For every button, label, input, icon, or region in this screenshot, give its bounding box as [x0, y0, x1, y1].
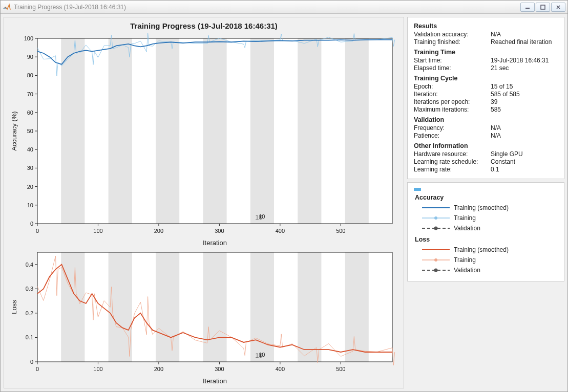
svg-text:0: 0	[30, 359, 33, 365]
svg-rect-6	[203, 38, 226, 224]
maximize-button[interactable]	[536, 3, 550, 12]
svg-text:300: 300	[215, 228, 224, 234]
svg-text:0.3: 0.3	[26, 286, 33, 292]
legend-loss-validation: Validation	[421, 266, 558, 275]
window-title: Training Progress (19-Jul-2018 16:46:31)	[14, 4, 126, 11]
training-cycle-heading: Training Cycle	[414, 75, 558, 82]
svg-text:200: 200	[154, 366, 163, 372]
svg-text:400: 400	[276, 228, 285, 234]
epoch-label: Epoch:	[414, 83, 491, 90]
svg-point-93	[434, 269, 438, 272]
svg-rect-56	[345, 252, 369, 362]
plot-title: Training Progress (19-Jul-2018 16:46:31)	[9, 21, 398, 30]
svg-rect-9	[345, 38, 369, 224]
svg-text:80: 80	[27, 72, 33, 78]
svg-rect-4	[109, 38, 132, 224]
maxiter-value: 585	[491, 106, 501, 113]
accuracy-chart: 01020304050607080901000100200300400500It…	[9, 33, 398, 248]
start-time-value: 19-Jul-2018 16:46:31	[491, 57, 549, 64]
svg-text:Loss: Loss	[10, 300, 18, 314]
svg-text:10: 10	[27, 202, 33, 208]
svg-text:100: 100	[93, 228, 102, 234]
svg-text:70: 70	[27, 91, 33, 97]
patience-label: Patience:	[414, 132, 491, 139]
hw-value: Single GPU	[491, 150, 523, 158]
results-heading: Results	[414, 23, 558, 30]
svg-rect-5	[156, 38, 179, 224]
svg-point-86	[434, 216, 437, 220]
svg-text:0.2: 0.2	[26, 310, 33, 316]
svg-text:50: 50	[27, 128, 33, 134]
svg-rect-53	[203, 252, 226, 362]
svg-text:90: 90	[27, 54, 33, 60]
svg-text:200: 200	[154, 228, 163, 234]
legend-acc-smoothed: Training (smoothed)	[421, 203, 558, 212]
iteration-value: 585 of 585	[491, 91, 520, 98]
train-finished-value: Reached final iteration	[491, 38, 552, 46]
hw-label: Hardware resource:	[414, 150, 491, 158]
train-finished-label: Training finished:	[414, 38, 491, 46]
svg-rect-8	[298, 38, 321, 224]
svg-rect-52	[156, 252, 179, 362]
lr-value: 0.1	[491, 166, 499, 173]
svg-text:0: 0	[36, 366, 39, 372]
svg-text:Accuracy (%): Accuracy (%)	[10, 111, 18, 150]
lr-label: Learning rate:	[414, 166, 491, 173]
legend-loss-heading: Loss	[415, 236, 558, 243]
patience-value: N/A	[491, 132, 501, 139]
svg-text:400: 400	[276, 366, 285, 372]
epoch-value: 15 of 15	[491, 83, 513, 90]
svg-rect-7	[250, 38, 274, 224]
ipe-value: 39	[491, 98, 497, 105]
svg-text:0.1: 0.1	[26, 334, 33, 340]
svg-rect-50	[61, 252, 85, 362]
training-progress-window: Training Progress (19-Jul-2018 16:46:31)…	[0, 0, 568, 392]
svg-text:0: 0	[36, 228, 39, 234]
val-acc-value: N/A	[491, 31, 501, 38]
svg-text:0: 0	[30, 221, 33, 227]
loss-chart: 00.10.20.30.40100200300400500IterationLo…	[9, 248, 398, 386]
validation-heading: Validation	[414, 116, 558, 123]
svg-rect-0	[525, 8, 530, 9]
legend-panel: Accuracy Training (smoothed) Training Va…	[407, 182, 564, 281]
svg-text:Iteration: Iteration	[203, 377, 227, 385]
svg-text:40: 40	[27, 146, 33, 153]
svg-rect-51	[109, 252, 132, 362]
svg-text:10: 10	[255, 213, 262, 221]
legend-loss-training: Training	[421, 255, 558, 265]
training-time-heading: Training Time	[414, 49, 558, 56]
val-acc-label: Validation accuracy:	[414, 31, 491, 38]
svg-text:300: 300	[215, 366, 224, 372]
svg-text:30: 30	[27, 165, 33, 171]
svg-text:20: 20	[27, 184, 33, 190]
svg-text:100: 100	[24, 35, 33, 41]
close-button[interactable]	[551, 3, 565, 12]
svg-rect-3	[61, 38, 85, 224]
elapsed-value: 21 sec	[491, 64, 509, 72]
svg-rect-1	[541, 5, 545, 9]
freq-value: N/A	[491, 124, 501, 132]
svg-text:500: 500	[336, 366, 345, 372]
titlebar[interactable]: Training Progress (19-Jul-2018 16:46:31)	[1, 1, 567, 14]
matlab-icon	[3, 3, 11, 11]
minimize-button[interactable]	[520, 3, 535, 12]
ipe-label: Iterations per epoch:	[414, 98, 491, 105]
legend-acc-training: Training	[421, 213, 558, 223]
svg-point-91	[434, 258, 437, 262]
elapsed-label: Elapsed time:	[414, 64, 491, 72]
legend-loss-smoothed: Training (smoothed)	[421, 245, 558, 254]
svg-text:0.4: 0.4	[26, 262, 33, 268]
iteration-label: Iteration:	[414, 91, 491, 98]
lrs-value: Constant	[491, 158, 515, 165]
stats-panel: Results Validation accuracy:N/A Training…	[407, 17, 564, 179]
svg-rect-55	[298, 252, 321, 362]
progress-stripe-icon	[414, 188, 421, 191]
svg-point-88	[434, 227, 438, 230]
svg-text:10: 10	[255, 352, 262, 359]
svg-text:100: 100	[93, 366, 102, 372]
lrs-label: Learning rate schedule:	[414, 158, 491, 165]
maxiter-label: Maximum iterations:	[414, 106, 491, 113]
other-info-heading: Other Information	[414, 142, 558, 149]
svg-text:500: 500	[336, 228, 345, 234]
freq-label: Frequency:	[414, 124, 491, 132]
